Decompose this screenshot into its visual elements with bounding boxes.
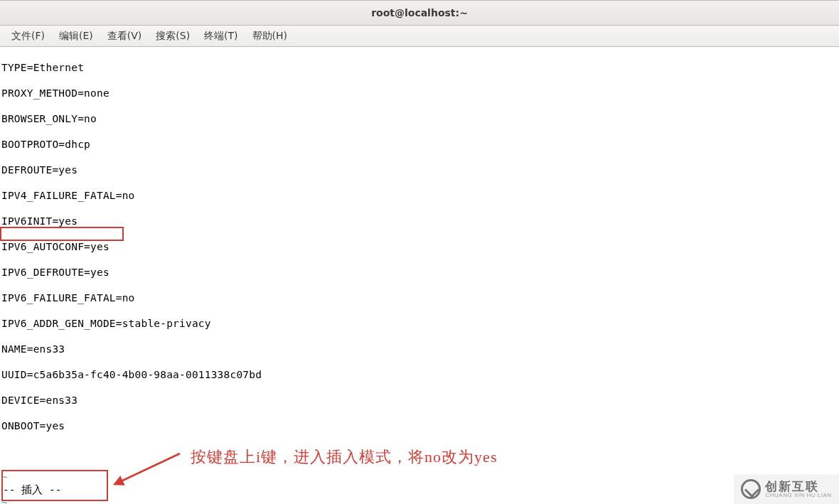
config-line: DEVICE=ens33: [1, 394, 838, 407]
watermark-logo-icon: [741, 479, 761, 499]
annotation-text: 按键盘上i键，进入插入模式，将no改为yes: [191, 446, 497, 468]
config-line: BROWSER_ONLY=no: [1, 112, 838, 125]
watermark-cn: 创新互联: [765, 481, 831, 493]
menu-view[interactable]: 查看(V): [100, 27, 149, 45]
vim-tilde: ~: [1, 471, 838, 483]
terminal-content[interactable]: TYPE=Ethernet PROXY_METHOD=none BROWSER_…: [0, 47, 839, 504]
config-line: IPV6_ADDR_GEN_MODE=stable-privacy: [1, 317, 838, 330]
menubar: 文件(F) 编辑(E) 查看(V) 搜索(S) 终端(T) 帮助(H): [0, 26, 839, 47]
watermark-en: CHUANG XIN HU LIAN: [765, 493, 831, 498]
window-titlebar: root@localhost:~: [0, 0, 839, 26]
config-line: IPV4_FAILURE_FATAL=no: [1, 189, 838, 202]
menu-search[interactable]: 搜索(S): [149, 27, 197, 45]
vim-status-insert: -- 插入 --: [3, 483, 61, 497]
config-line: PROXY_METHOD=none: [1, 87, 838, 100]
config-line: TYPE=Ethernet: [1, 61, 838, 74]
menu-edit[interactable]: 编辑(E): [52, 27, 100, 45]
config-line: DEFROUTE=yes: [1, 163, 838, 176]
config-line: IPV6_DEFROUTE=yes: [1, 266, 838, 279]
menu-terminal[interactable]: 终端(T): [197, 27, 245, 45]
config-line: UUID=c5a6b35a-fc40-4b00-98aa-0011338c07b…: [1, 368, 838, 381]
config-line: IPV6_AUTOCONF=yes: [1, 240, 838, 253]
menu-help[interactable]: 帮助(H): [245, 27, 294, 45]
config-line: IPV6INIT=yes: [1, 215, 838, 227]
config-line: NAME=ens33: [1, 343, 838, 355]
config-line: IPV6_FAILURE_FATAL=no: [1, 291, 838, 304]
watermark: 创新互联 CHUANG XIN HU LIAN: [734, 474, 839, 504]
config-line: BOOTPROTO=dhcp: [1, 138, 838, 151]
menu-file[interactable]: 文件(F): [4, 27, 52, 45]
config-line-onboot: ONBOOT=yes: [1, 419, 838, 432]
window-title: root@localhost:~: [371, 7, 468, 18]
vim-tilde: ~: [1, 496, 838, 504]
